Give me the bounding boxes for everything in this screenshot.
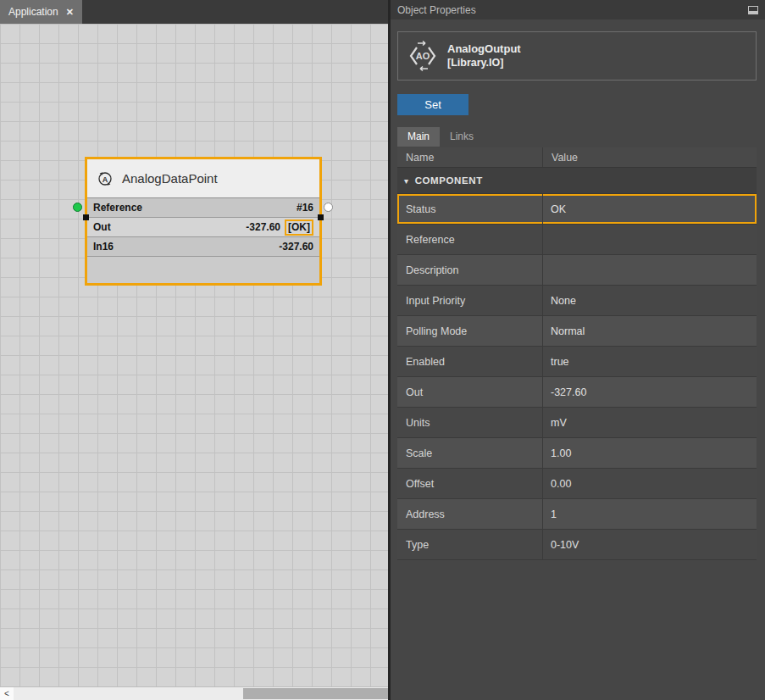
prop-value[interactable]: Normal xyxy=(543,316,757,346)
analog-point-icon: A xyxy=(96,169,114,188)
prop-value[interactable] xyxy=(543,225,757,254)
prop-value[interactable]: 1.00 xyxy=(543,438,757,468)
connector-input-dot[interactable] xyxy=(73,203,82,212)
object-properties-panel: Object Properties AO AnalogOutput [Libra… xyxy=(391,0,765,700)
prop-name: Description xyxy=(397,255,543,285)
selection-handle-right[interactable] xyxy=(318,214,324,220)
panel-header: Object Properties xyxy=(391,0,765,19)
property-rows: Status OK Reference Description Input Pr… xyxy=(397,194,757,560)
prop-value[interactable]: 0-10V xyxy=(543,530,757,559)
component-labels: AnalogOutput [Library.IO] xyxy=(447,42,521,69)
canvas-pane: Application ✕ A AnalogDataPoint Referenc… xyxy=(0,0,388,700)
prop-value[interactable]: None xyxy=(543,286,757,315)
svg-text:A: A xyxy=(103,175,108,183)
property-row[interactable]: Out -327.60 xyxy=(397,377,757,408)
block-title-bar[interactable]: A AnalogDataPoint xyxy=(87,159,319,198)
connector-output-dot[interactable] xyxy=(324,203,333,212)
tab-label: Application xyxy=(8,6,58,18)
property-row[interactable]: Input Priority None xyxy=(397,286,757,316)
property-row[interactable]: Type 0-10V xyxy=(397,530,757,560)
port-name: Reference xyxy=(93,202,142,214)
port-value: -327.60 xyxy=(246,221,280,233)
property-row[interactable]: Status OK xyxy=(397,194,757,225)
tab-links[interactable]: Links xyxy=(440,127,484,147)
block-port-row[interactable]: Reference #16 xyxy=(87,198,319,218)
component-card: AO AnalogOutput [Library.IO] xyxy=(397,31,757,81)
canvas-tabbar: Application ✕ xyxy=(0,0,388,24)
panel-title: Object Properties xyxy=(397,4,476,16)
value-column-header: Value xyxy=(543,147,757,167)
prop-name: Out xyxy=(397,377,543,407)
property-row[interactable]: Polling Mode Normal xyxy=(397,316,757,347)
analog-datapoint-block[interactable]: A AnalogDataPoint Reference #16 Out -327… xyxy=(85,157,322,286)
property-row[interactable]: Address 1 xyxy=(397,499,757,530)
port-value: -327.60 xyxy=(279,241,313,253)
horizontal-scrollbar[interactable]: < xyxy=(0,686,388,700)
block-body xyxy=(87,257,319,283)
block-port-row[interactable]: In16 -327.60 xyxy=(87,237,319,257)
properties-table: Name Value ▾ COMPONENT Status OK Referen… xyxy=(397,147,757,560)
prop-name: Scale xyxy=(397,438,543,468)
tab-application[interactable]: Application ✕ xyxy=(0,0,82,24)
prop-name: Address xyxy=(397,499,543,529)
close-icon[interactable]: ✕ xyxy=(66,7,74,18)
block-port-row[interactable]: Out -327.60 [OK] xyxy=(87,218,319,237)
prop-name: Input Priority xyxy=(397,286,543,315)
prop-name: Reference xyxy=(397,225,543,254)
property-row[interactable]: Reference xyxy=(397,225,757,255)
selection-handle-left[interactable] xyxy=(83,214,89,220)
tab-main[interactable]: Main xyxy=(397,127,440,147)
prop-value[interactable]: 1 xyxy=(543,499,757,529)
property-row[interactable]: Units mV xyxy=(397,408,757,438)
table-header: Name Value xyxy=(397,147,757,168)
prop-name: Offset xyxy=(397,469,543,498)
properties-tabs: Main Links xyxy=(397,127,765,147)
collapse-triangle-icon: ▾ xyxy=(404,176,409,186)
analog-output-icon: AO xyxy=(407,40,439,72)
prop-name: Units xyxy=(397,408,543,437)
dock-panel-icon[interactable] xyxy=(748,6,758,14)
port-name: Out xyxy=(93,221,111,233)
prop-name: Enabled xyxy=(397,347,543,376)
prop-value[interactable]: mV xyxy=(543,408,757,437)
scrollbar-thumb[interactable] xyxy=(243,688,388,699)
wiring-canvas[interactable]: A AnalogDataPoint Reference #16 Out -327… xyxy=(0,24,388,686)
prop-name: Polling Mode xyxy=(397,316,543,346)
prop-value[interactable] xyxy=(543,255,757,285)
prop-value[interactable]: -327.60 xyxy=(543,377,757,407)
port-status-badge: [OK] xyxy=(285,219,313,236)
svg-text:AO: AO xyxy=(416,51,430,61)
block-port-rows: Reference #16 Out -327.60 [OK] In16 -327… xyxy=(87,198,319,257)
scroll-left-arrow-icon[interactable]: < xyxy=(0,687,14,700)
property-row[interactable]: Enabled true xyxy=(397,347,757,377)
property-row[interactable]: Offset 0.00 xyxy=(397,469,757,499)
app-window: Application ✕ A AnalogDataPoint Referenc… xyxy=(0,0,765,700)
prop-name: Status xyxy=(397,194,543,224)
prop-name: Type xyxy=(397,530,543,559)
prop-value[interactable]: OK xyxy=(543,194,757,224)
property-row[interactable]: Scale 1.00 xyxy=(397,438,757,469)
section-component[interactable]: ▾ COMPONENT xyxy=(397,168,757,194)
component-name: AnalogOutput xyxy=(447,42,521,56)
section-label: COMPONENT xyxy=(415,175,483,186)
port-value: #16 xyxy=(297,202,313,214)
prop-value[interactable]: 0.00 xyxy=(543,469,757,498)
port-name: In16 xyxy=(93,241,114,253)
set-button[interactable]: Set xyxy=(397,94,468,115)
block-title: AnalogDataPoint xyxy=(122,171,218,186)
name-column-header: Name xyxy=(397,147,543,167)
property-row[interactable]: Description xyxy=(397,255,757,286)
prop-value[interactable]: true xyxy=(543,347,757,376)
component-library: [Library.IO] xyxy=(447,56,521,69)
